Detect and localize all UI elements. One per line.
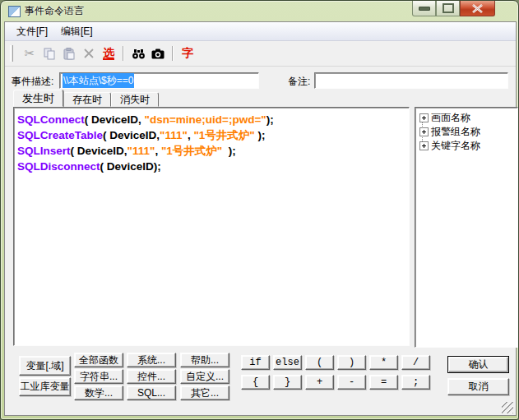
tab-on-disappear[interactable]: 消失时 [111,92,159,107]
window-title: 事件命令语言 [25,4,84,18]
code-line: SQLDisconnect( DeviceID); [17,159,405,174]
all-functions-button[interactable]: 全部函数 [74,353,123,367]
minimize-button[interactable] [412,1,436,16]
control-functions-button[interactable]: 控件... [127,369,176,384]
other-functions-button[interactable]: 其它... [180,385,229,400]
find-button[interactable] [128,44,148,62]
math-functions-button[interactable]: 数学... [74,385,123,400]
code-token: ( DeviceID); [100,160,161,173]
custom-functions-button[interactable]: 自定义... [180,369,229,384]
industrial-db-variable-button[interactable]: 工业库变量 [19,377,71,396]
select-button[interactable]: 选 [99,44,118,62]
tree-item-alarm-groups[interactable]: 报警组名称 [417,125,516,139]
expand-plus-icon[interactable] [419,127,429,136]
note-label: 备注: [288,75,310,89]
maximize-icon [443,3,454,13]
string-functions-button[interactable]: 字符串... [74,369,123,384]
cut-button[interactable]: ✂ [20,44,39,62]
window-controls [412,1,495,16]
script-editor[interactable]: SQLConnect( DeviceID, "dsn=mine;uid=;pwd… [13,107,410,346]
menu-file[interactable]: 文件[F] [10,23,54,40]
op-equals-button[interactable]: = [369,375,398,390]
delete-x-icon [84,48,94,58]
code-token: SQLInsert [17,145,71,157]
title-bar[interactable]: 事件命令语言 [1,1,518,21]
code-token: , [155,145,161,157]
code-line: SQLCreateTable( DeviceID,"111", "1号井式炉" … [17,127,405,143]
code-token: "1号井式炉" [161,145,222,157]
scissors-icon: ✂ [25,46,35,61]
code-token: ( DeviceID, [103,129,160,141]
cancel-button[interactable]: 取消 [447,378,509,395]
variable-field-button[interactable]: 变量[.域] [19,356,71,376]
code-token: ); [222,145,236,157]
binoculars-icon [132,48,146,59]
paste-button[interactable] [59,44,79,62]
code-token: SQLDisconnect [17,160,100,173]
op-if-button[interactable]: if [241,355,270,370]
op-lbrace-button[interactable]: { [241,375,270,390]
delete-button[interactable] [79,44,99,62]
copy-button[interactable] [39,44,59,62]
op-plus-button[interactable]: + [305,375,334,390]
code-line: SQLInsert( DeviceID,"111", "1号井式炉" ); [17,143,405,159]
event-desc-value: \\本站点\$秒==0 [63,73,134,89]
tree-item-label: 画面名称 [431,111,470,125]
code-token: SQLConnect [17,113,85,126]
op-semicolon-button[interactable]: ; [401,375,430,390]
tree-item-keywords[interactable]: 关键字名称 [417,139,516,153]
toolbar-separator [172,46,174,61]
select-label: 选 [103,48,114,60]
op-else-button[interactable]: else [273,355,302,370]
snapshot-button[interactable] [148,44,168,62]
op-minus-button[interactable]: - [337,375,366,390]
minimize-icon [419,7,430,11]
sql-functions-button[interactable]: SQL... [127,385,176,400]
code-token: "1号井式炉" [193,129,254,141]
code-token: ); [255,129,266,141]
maximize-button[interactable] [436,1,460,16]
op-lparen-button[interactable]: ( [305,355,334,370]
dialog-window: 事件命令语言 文件[F] 编辑[E] [0,0,519,420]
font-button[interactable]: 字 [178,44,197,62]
menu-edit[interactable]: 编辑[E] [54,23,100,40]
help-functions-button[interactable]: 帮助... [180,353,229,367]
app-icon [8,6,21,17]
system-functions-button[interactable]: 系统... [127,353,176,367]
client-area: 文件[F] 编辑[E] ✂ [4,21,517,416]
op-rbrace-button[interactable]: } [273,375,302,390]
op-multiply-button[interactable]: * [369,355,398,370]
code-token: ( DeviceID, [85,113,145,126]
code-token: ( DeviceID, [71,145,127,157]
expand-plus-icon[interactable] [419,113,429,122]
expand-plus-icon[interactable] [419,141,429,150]
confirm-button[interactable]: 确认 [447,356,509,373]
op-divide-button[interactable]: / [401,355,430,370]
camera-icon [151,48,165,59]
note-input[interactable] [314,72,508,89]
code-token: "dsn=mine;uid=;pwd=" [145,113,266,126]
menu-bar: 文件[F] 编辑[E] [5,22,516,41]
code-token: SQLCreateTable [17,129,103,141]
toolbar: ✂ 选 [5,41,516,67]
tree-item-screens[interactable]: 画面名称 [417,111,516,125]
code-token: "111" [127,145,155,157]
event-desc-label: 事件描述: [12,75,53,89]
tree-item-label: 关键字名称 [431,139,480,153]
paste-icon [63,48,75,60]
tab-while-exist[interactable]: 存在时 [63,92,111,107]
tab-strip: 发生时 存在时 消失时 [13,90,159,107]
code-token: "111" [160,129,188,141]
tree-item-label: 报警组名称 [431,125,480,139]
font-label: 字 [182,46,193,61]
name-tree-panel: 画面名称 报警组名称 关键字名称 [415,107,518,348]
resize-grip[interactable] [502,402,513,413]
code-line: SQLConnect( DeviceID, "dsn=mine;uid=;pwd… [17,112,405,127]
code-token: ); [266,113,274,126]
event-desc-input[interactable]: \\本站点\$秒==0 [59,72,259,89]
toolbar-grip[interactable] [10,45,13,62]
op-rparen-button[interactable]: ) [337,355,366,370]
copy-icon [44,48,55,60]
tab-on-occur[interactable]: 发生时 [13,90,63,107]
close-button[interactable] [460,1,495,16]
